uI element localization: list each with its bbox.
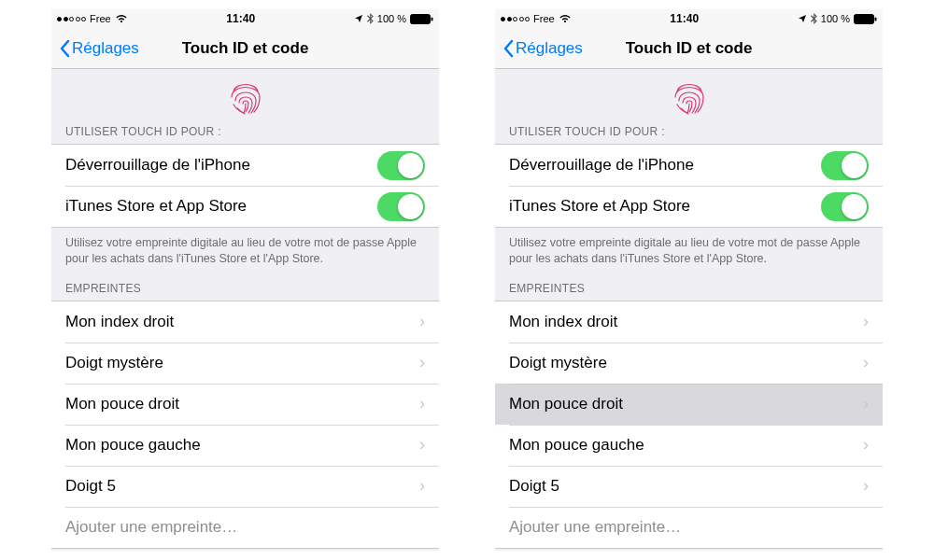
row-itunes-store[interactable]: iTunes Store et App Store [51, 186, 439, 227]
battery-icon [410, 14, 433, 24]
row-add-fingerprint[interactable]: Ajouter une empreinte… [495, 507, 883, 548]
row-label: iTunes Store et App Store [65, 197, 377, 216]
fingerprint-label: Doigt mystère [65, 354, 419, 372]
group-fingerprints-right: Mon index droit›Doigt mystère›Mon pouce … [495, 301, 883, 549]
back-button[interactable]: Réglages [59, 39, 139, 58]
svg-rect-1 [432, 17, 433, 21]
row-label: Déverrouillage de l'iPhone [509, 156, 821, 175]
fingerprint-label: Doigt mystère [509, 354, 863, 372]
chevron-right-icon: › [863, 353, 869, 372]
toggle-switch[interactable] [821, 192, 869, 221]
toggle-switch[interactable] [821, 151, 869, 180]
chevron-right-icon: › [419, 394, 425, 413]
row-fingerprint[interactable]: Doigt 5› [495, 466, 883, 507]
fingerprint-label: Mon pouce droit [65, 395, 419, 413]
bluetooth-icon [811, 13, 817, 24]
status-left: Free [57, 13, 128, 24]
row-fingerprint[interactable]: Mon pouce droit› [51, 384, 439, 425]
row-add-fingerprint[interactable]: Ajouter une empreinte… [51, 507, 439, 548]
signal-dots-icon [501, 17, 530, 21]
fingerprint-label: Mon pouce gauche [65, 436, 419, 455]
chevron-left-icon [502, 39, 514, 58]
section-header-fp: EMPREINTES [495, 276, 883, 301]
row-unlock-iphone[interactable]: Déverrouillage de l'iPhone [495, 145, 883, 186]
chevron-right-icon: › [419, 312, 425, 331]
fingerprint-icon [668, 73, 711, 116]
status-time: 11:40 [226, 12, 255, 25]
row-label: iTunes Store et App Store [509, 197, 821, 216]
add-fingerprint-label: Ajouter une empreinte… [65, 518, 425, 537]
fingerprint-label: Mon index droit [509, 313, 863, 331]
bluetooth-icon [367, 13, 374, 24]
status-time: 11:40 [670, 12, 699, 25]
row-fingerprint[interactable]: Doigt mystère› [495, 343, 883, 384]
status-bar: Free 11:40 100 % [495, 9, 883, 28]
fingerprint-hero [495, 69, 883, 119]
battery-icon [854, 14, 877, 24]
fingerprint-label: Doigt 5 [509, 477, 863, 496]
section-footer-use: Utilisez votre empreinte digitale au lie… [51, 228, 439, 276]
chevron-left-icon [59, 39, 70, 58]
row-label: Déverrouillage de l'iPhone [65, 156, 377, 175]
chevron-right-icon: › [863, 394, 869, 413]
section-footer-use: Utilisez votre empreinte digitale au lie… [495, 228, 883, 276]
fingerprint-label: Mon pouce gauche [509, 436, 863, 455]
row-unlock-iphone[interactable]: Déverrouillage de l'iPhone [51, 145, 439, 186]
svg-rect-0 [411, 14, 431, 23]
fingerprint-label: Mon pouce droit [509, 395, 863, 413]
location-icon [798, 14, 807, 23]
chevron-right-icon: › [419, 476, 425, 496]
back-label: Réglages [72, 39, 139, 58]
group-use-touchid: Déverrouillage de l'iPhone iTunes Store … [51, 144, 439, 228]
nav-bar: Réglages Touch ID et code [51, 28, 439, 69]
back-button[interactable]: Réglages [502, 39, 583, 58]
battery-text: 100 % [377, 13, 406, 24]
svg-rect-3 [875, 17, 877, 21]
row-fingerprint[interactable]: Mon pouce droit› [495, 384, 883, 425]
row-itunes-store[interactable]: iTunes Store et App Store [495, 186, 883, 227]
chevron-right-icon: › [863, 312, 869, 331]
status-bar: Free 11:40 100 % [51, 9, 439, 28]
phone-left: Free 11:40 100 % Réglages Touch ID et co… [51, 9, 439, 551]
toggle-switch[interactable] [377, 151, 425, 180]
battery-text: 100 % [821, 13, 850, 24]
add-fingerprint-label: Ajouter une empreinte… [509, 518, 869, 537]
row-fingerprint[interactable]: Doigt 5› [51, 466, 439, 507]
carrier-label: Free [533, 13, 555, 24]
fingerprint-hero [51, 69, 439, 119]
fingerprint-label: Doigt 5 [65, 477, 419, 496]
phone-right: Free 11:40 100 % Réglages Touch ID et co… [495, 9, 883, 551]
chevron-right-icon: › [419, 353, 425, 372]
status-right: 100 % [798, 13, 877, 24]
wifi-icon [115, 14, 128, 23]
section-header-use: UTILISER TOUCH ID POUR : [51, 119, 439, 144]
row-fingerprint[interactable]: Mon pouce gauche› [51, 425, 439, 466]
carrier-label: Free [90, 13, 111, 24]
toggle-switch[interactable] [377, 192, 425, 221]
status-left: Free [501, 13, 572, 24]
svg-rect-2 [855, 14, 874, 23]
status-right: 100 % [354, 13, 433, 24]
section-header-fp: EMPREINTES [51, 276, 439, 301]
section-header-use: UTILISER TOUCH ID POUR : [495, 119, 883, 144]
wifi-icon [559, 14, 572, 23]
chevron-right-icon: › [863, 435, 869, 455]
signal-dots-icon [57, 17, 86, 21]
row-fingerprint[interactable]: Mon pouce gauche› [495, 425, 883, 466]
row-fingerprint[interactable]: Doigt mystère› [51, 343, 439, 384]
row-fingerprint[interactable]: Mon index droit› [51, 301, 439, 343]
fingerprint-icon [224, 73, 267, 116]
group-fingerprints-left: Mon index droit›Doigt mystère›Mon pouce … [51, 301, 439, 549]
chevron-right-icon: › [419, 435, 425, 455]
back-label: Réglages [516, 39, 583, 58]
fingerprint-label: Mon index droit [65, 313, 419, 331]
location-icon [354, 14, 363, 23]
nav-bar: Réglages Touch ID et code [495, 28, 883, 69]
row-fingerprint[interactable]: Mon index droit› [495, 301, 883, 343]
chevron-right-icon: › [863, 476, 869, 496]
group-use-touchid: Déverrouillage de l'iPhone iTunes Store … [495, 144, 883, 228]
